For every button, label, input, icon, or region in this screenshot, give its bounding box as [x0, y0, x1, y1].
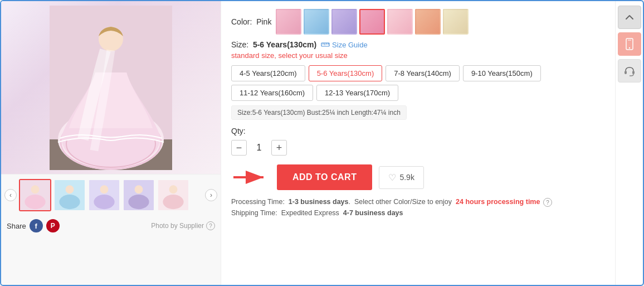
- mobile-icon: [624, 38, 635, 50]
- headset-button[interactable]: [618, 59, 641, 83]
- ruler-icon: [321, 41, 330, 49]
- size-button-170[interactable]: 12-13 Years(170cm): [316, 85, 398, 101]
- processing-info-icon[interactable]: ?: [543, 198, 552, 207]
- svg-point-8: [25, 195, 45, 209]
- svg-point-18: [135, 185, 143, 193]
- size-row: Size: 5-6 Years(130cm) Size Guide: [231, 40, 605, 49]
- thumbnail-2[interactable]: [53, 179, 86, 211]
- color-swatch-4[interactable]: [359, 9, 385, 35]
- svg-point-12: [66, 185, 74, 193]
- facebook-share-button[interactable]: f: [30, 219, 43, 232]
- svg-point-9: [31, 185, 40, 193]
- headset-icon: [623, 65, 636, 76]
- svg-rect-32: [625, 71, 627, 74]
- size-button-140[interactable]: 7-8 Years(140cm): [386, 65, 460, 81]
- color-swatch-1[interactable]: [276, 9, 301, 35]
- shipping-method: Expedited Express: [281, 209, 339, 217]
- processing-highlight: 24 hours processing time: [456, 198, 540, 206]
- color-swatch-7[interactable]: [443, 9, 469, 35]
- thumbnail-3[interactable]: [88, 179, 120, 211]
- svg-point-11: [59, 195, 80, 209]
- size-guide-link[interactable]: Size Guide: [321, 41, 368, 49]
- mobile-contact-button[interactable]: [618, 32, 641, 56]
- wishlist-count: 5.9k: [399, 173, 414, 182]
- svg-point-30: [628, 47, 630, 49]
- add-to-cart-button[interactable]: ADD TO CART: [277, 164, 372, 190]
- thumbnail-row: ‹ ›: [1, 174, 221, 216]
- right-sidebar: [615, 1, 643, 285]
- photo-supplier-label: Photo by Supplier ?: [151, 221, 215, 230]
- color-swatch-6[interactable]: [415, 9, 441, 35]
- dress-svg: [50, 6, 172, 170]
- svg-point-20: [163, 195, 183, 209]
- processing-days: 1-3 business days: [289, 198, 349, 206]
- thumbnail-5[interactable]: [157, 179, 189, 211]
- thumb-prev-button[interactable]: ‹: [4, 189, 17, 201]
- thumb-next-button[interactable]: ›: [205, 189, 217, 201]
- svg-point-14: [94, 195, 114, 209]
- color-swatches: [276, 9, 469, 35]
- processing-row: Processing Time: 1-3 business days. Sele…: [231, 198, 605, 207]
- photo-info-icon[interactable]: ?: [206, 221, 215, 230]
- product-page: ‹ › Share: [0, 0, 644, 286]
- shipping-days: 4-7 business days: [343, 209, 403, 217]
- size-button-130[interactable]: 5-6 Years(130cm): [309, 65, 383, 81]
- wishlist-button[interactable]: ♡ 5.9k: [379, 166, 423, 189]
- color-label: Color: Pink: [231, 17, 271, 26]
- shipping-row: Shipping Time: Expedited Express 4-7 bus…: [231, 209, 605, 217]
- size-note: standard size, select your usual size: [231, 51, 605, 60]
- image-section: ‹ › Share: [1, 1, 221, 285]
- size-button-150[interactable]: 9-10 Years(150cm): [463, 65, 541, 81]
- color-value: Pink: [256, 17, 271, 26]
- qty-value: 1: [253, 143, 265, 153]
- size-button-120[interactable]: 4-5 Years(120cm): [231, 65, 305, 81]
- scroll-top-button[interactable]: [618, 6, 641, 29]
- share-row: Share f P Photo by Supplier ?: [1, 216, 221, 236]
- color-row: Color: Pink: [231, 9, 605, 35]
- product-info-section: Color: Pink Size: 5-6 Years(130cm): [221, 1, 615, 285]
- thumbnail-1[interactable]: [19, 179, 51, 211]
- heart-icon: ♡: [388, 172, 396, 183]
- share-label: Share: [7, 222, 26, 230]
- size-buttons: 4-5 Years(120cm) 5-6 Years(130cm) 7-8 Ye…: [231, 65, 605, 101]
- qty-increase-button[interactable]: +: [271, 140, 287, 156]
- processing-note: Select other Color/Size to enjoy: [354, 198, 452, 206]
- svg-point-17: [128, 195, 149, 209]
- cart-row: ADD TO CART ♡ 5.9k: [231, 164, 605, 190]
- arrow-indicator: [231, 167, 270, 187]
- size-value: 5-6 Years(130cm): [253, 40, 316, 49]
- pinterest-share-button[interactable]: P: [46, 219, 60, 232]
- thumbnail-list: [19, 179, 203, 211]
- qty-label: Qty:: [231, 127, 605, 135]
- size-button-160[interactable]: 11-12 Years(160cm): [231, 85, 313, 101]
- thumbnail-4[interactable]: [123, 179, 155, 211]
- svg-point-15: [100, 185, 109, 193]
- qty-controls: − 1 +: [231, 140, 605, 156]
- qty-decrease-button[interactable]: −: [231, 140, 247, 156]
- color-swatch-2[interactable]: [304, 9, 329, 35]
- svg-point-21: [169, 185, 178, 193]
- color-swatch-3[interactable]: [331, 9, 357, 35]
- size-info-bar: Size:5-6 Years(130cm) Bust:25¼ inch Leng…: [231, 105, 407, 120]
- svg-rect-33: [632, 71, 635, 74]
- main-product-image: [1, 1, 221, 174]
- arrow-icon: [231, 167, 270, 187]
- color-swatch-5[interactable]: [387, 9, 413, 35]
- size-label: Size: 5-6 Years(130cm): [231, 40, 316, 49]
- chevron-up-icon: [624, 12, 635, 23]
